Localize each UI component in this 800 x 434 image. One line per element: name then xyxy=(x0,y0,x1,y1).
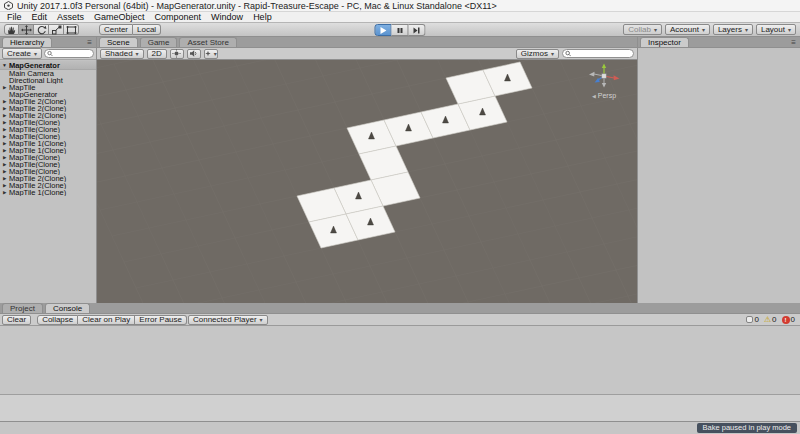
tab-inspector[interactable]: Inspector xyxy=(640,37,689,47)
menu-edit[interactable]: Edit xyxy=(27,12,53,22)
account-dropdown[interactable]: Account xyxy=(665,24,710,35)
scene-lighting-toggle[interactable] xyxy=(170,49,184,59)
hierarchy-item-label: MapTile(Clone) xyxy=(9,119,60,126)
window-title: Unity 2017.1.0f3 Personal (64bit) - MapG… xyxy=(17,1,497,11)
hierarchy-item[interactable]: ▶MapTile 2(Clone) xyxy=(0,105,96,112)
space-mode-button[interactable]: Local xyxy=(133,24,161,35)
hierarchy-item[interactable]: ▶MapTile 1(Clone) xyxy=(0,140,96,147)
hierarchy-item[interactable]: ▶MapTile 2(Clone) xyxy=(0,182,96,189)
grid-line xyxy=(188,60,344,303)
clear-button[interactable]: Clear xyxy=(2,315,31,325)
scene-effects-toggle[interactable] xyxy=(204,49,218,59)
console-counts: 0 ⚠0 !0 xyxy=(746,315,798,324)
step-button[interactable] xyxy=(409,24,426,36)
grid-line xyxy=(114,64,270,303)
2d-toggle-button[interactable]: 2D xyxy=(147,49,167,59)
error-icon: ! xyxy=(782,316,790,324)
error-count-toggle[interactable]: !0 xyxy=(782,315,795,324)
hierarchy-item-label: MapTile(Clone) xyxy=(9,168,60,175)
hierarchy-item[interactable]: ▶MapTile 2(Clone) xyxy=(0,175,96,182)
scene-audio-toggle[interactable] xyxy=(187,49,201,59)
hierarchy-item-label: MapTile(Clone) xyxy=(9,126,60,133)
hierarchy-item[interactable]: Directional Light xyxy=(0,77,96,84)
hierarchy-item-label: MapTile 2(Clone) xyxy=(9,98,66,105)
error-pause-button[interactable]: Error Pause xyxy=(135,315,187,325)
persp-icon: ◀ xyxy=(592,93,596,99)
scale-tool-button[interactable] xyxy=(49,24,64,35)
clear-on-play-button[interactable]: Clear on Play xyxy=(78,315,135,325)
transform-tools xyxy=(4,24,79,35)
hierarchy-item[interactable]: ▶MapTile 1(Clone) xyxy=(0,147,96,154)
layers-dropdown[interactable]: Layers xyxy=(713,24,753,35)
collab-dropdown[interactable]: Collab xyxy=(623,24,662,35)
scene-render xyxy=(97,60,637,303)
hierarchy-item[interactable]: Main Camera xyxy=(0,70,96,77)
hierarchy-menu-icon[interactable]: ≡ xyxy=(85,38,94,47)
grid-line xyxy=(97,72,233,303)
menu-file[interactable]: File xyxy=(2,12,27,22)
hierarchy-item[interactable]: ▶MapTile(Clone) xyxy=(0,126,96,133)
rect-tool-button[interactable] xyxy=(64,24,79,35)
hierarchy-search-input[interactable] xyxy=(54,50,91,57)
y-axis-cone[interactable] xyxy=(602,64,606,69)
foldout-arrow-icon[interactable]: ▼ xyxy=(2,62,7,68)
audio-icon xyxy=(189,49,198,58)
tab-asset-store[interactable]: Asset Store xyxy=(179,37,236,47)
menu-window[interactable]: Window xyxy=(206,12,248,22)
move-tool-button[interactable] xyxy=(19,24,34,35)
menu-gameobject[interactable]: GameObject xyxy=(89,12,150,22)
collapse-button[interactable]: Collapse xyxy=(37,315,78,325)
log-count-toggle[interactable]: 0 xyxy=(746,315,758,324)
hierarchy-item[interactable]: ▶MapTile(Clone) xyxy=(0,154,96,161)
hierarchy-item[interactable]: ▶MapTile xyxy=(0,84,96,91)
z-axis-cone[interactable] xyxy=(595,78,600,83)
scene-viewport[interactable]: ◀ Persp xyxy=(97,60,637,303)
hierarchy-item[interactable]: ▶MapTile(Clone) xyxy=(0,161,96,168)
hierarchy-item[interactable]: ▶MapTile(Clone) xyxy=(0,133,96,140)
hierarchy-item[interactable]: ▶MapTile(Clone) xyxy=(0,119,96,126)
hierarchy-item[interactable]: ▶MapTile 2(Clone) xyxy=(0,112,96,119)
console-log-list[interactable] xyxy=(0,326,800,395)
tab-scene[interactable]: Scene xyxy=(99,37,138,47)
tab-console[interactable]: Console xyxy=(45,303,90,313)
hierarchy-item[interactable]: ▶MapTile(Clone) xyxy=(0,168,96,175)
connected-player-dropdown[interactable]: Connected Player xyxy=(188,315,268,325)
hierarchy-toolbar: Create xyxy=(0,48,96,60)
tab-project[interactable]: Project xyxy=(2,303,43,313)
hierarchy-item-label: MapTile(Clone) xyxy=(9,161,60,168)
orientation-gizmo[interactable]: ◀ Persp xyxy=(585,63,623,99)
projection-label[interactable]: ◀ Persp xyxy=(585,92,623,99)
hierarchy-item-label: MapTile(Clone) xyxy=(9,133,60,140)
tab-game[interactable]: Game xyxy=(140,37,178,47)
log-icon xyxy=(746,316,753,323)
hierarchy-item[interactable]: MapGenerator xyxy=(0,91,96,98)
shading-mode-dropdown[interactable]: Shaded xyxy=(100,49,144,59)
warning-count-toggle[interactable]: ⚠0 xyxy=(764,315,777,324)
inspector-menu-icon[interactable]: ≡ xyxy=(789,38,798,47)
play-button[interactable] xyxy=(375,24,392,36)
menu-help[interactable]: Help xyxy=(248,12,277,22)
scene-search-input[interactable] xyxy=(572,50,631,57)
hierarchy-tabbar: Hierarchy ≡ xyxy=(0,37,96,48)
scene-tabbar: Scene Game Asset Store xyxy=(97,37,637,48)
layout-dropdown[interactable]: Layout xyxy=(756,24,796,35)
gizmos-dropdown[interactable]: Gizmos xyxy=(516,49,559,59)
hand-tool-button[interactable] xyxy=(4,24,19,35)
hierarchy-item[interactable]: ▶MapTile 2(Clone) xyxy=(0,98,96,105)
tab-hierarchy[interactable]: Hierarchy xyxy=(2,37,52,47)
pivot-mode-button[interactable]: Center xyxy=(99,24,133,35)
pause-button[interactable] xyxy=(392,24,409,36)
grid-line xyxy=(97,60,637,132)
create-button[interactable]: Create xyxy=(2,48,42,59)
axis-gizmo-icon[interactable] xyxy=(586,63,622,89)
rotate-tool-button[interactable] xyxy=(34,24,49,35)
search-icon xyxy=(565,50,571,57)
menu-assets[interactable]: Assets xyxy=(52,12,89,22)
menu-component[interactable]: Component xyxy=(150,12,207,22)
unity-logo-icon xyxy=(4,1,13,10)
warning-icon: ⚠ xyxy=(764,316,771,324)
x-axis-cone[interactable] xyxy=(614,75,620,80)
hierarchy-scene-header[interactable]: ▼MapGenerator xyxy=(0,61,96,70)
gizmo-cube[interactable] xyxy=(602,74,606,78)
hierarchy-item[interactable]: ▶MapTile 1(Clone) xyxy=(0,189,96,196)
